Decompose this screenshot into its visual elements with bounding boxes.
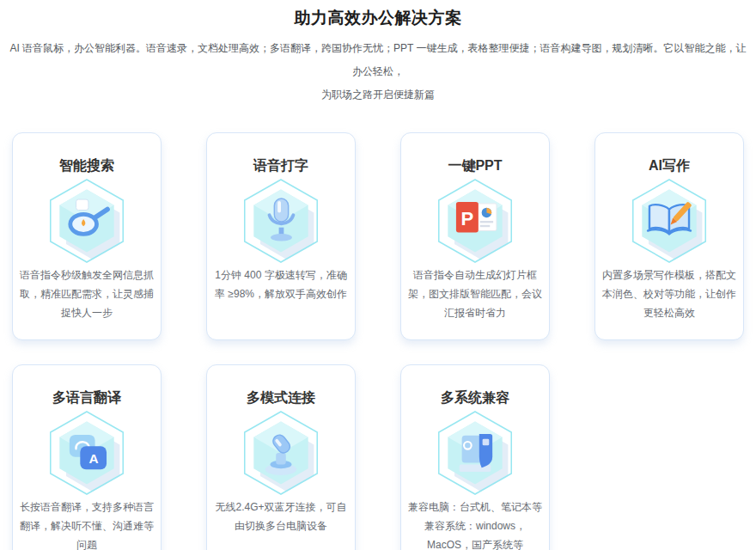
card-description: 兼容电脑：台式机、笔记本等 兼容系统：windows， MacOS，国产系统等 — [405, 498, 546, 550]
card-description: 语音指令秒级触发全网信息抓 取，精准匹配需求，让灵感捕 捉快人一步 — [16, 266, 157, 322]
book-pencil-icon — [628, 178, 710, 264]
powerpoint-icon: P — [434, 178, 516, 264]
card-title: 多模式连接 — [247, 389, 315, 407]
microphone-icon — [240, 178, 322, 264]
card-title: 语音打字 — [253, 157, 308, 175]
card-description: 长按语音翻译，支持多种语言 翻译，解决听不懂、沟通难等 问题 — [16, 498, 157, 550]
connector-icon — [240, 410, 322, 496]
feature-cards-grid: 智能搜索 语音指令秒级触发全网信息抓 取，精准匹配需求，让灵感捕 捉快人一步 语… — [0, 132, 756, 550]
feature-card-smart-search: 智能搜索 语音指令秒级触发全网信息抓 取，精准匹配需求，让灵感捕 捉快人一步 — [12, 132, 162, 340]
feature-card-ai-writing: AI写作 内置多场景写作模板，搭配文 本润色、校对等功能，让创作 更轻松高效 — [594, 132, 744, 340]
card-title: 智能搜索 — [59, 157, 114, 175]
feature-card-multi-language-translate: 多语言翻译 A 长按语音翻译，支持多种语言 翻译，解决听不懂、沟通难等 问题 — [12, 364, 162, 550]
card-title: 多系统兼容 — [441, 389, 509, 407]
feature-card-multi-mode-connection: 多模式连接 无线2.4G+双蓝牙连接，可自 由切换多台电脑设备 — [206, 364, 356, 550]
page-title: 助力高效办公解决方案 — [0, 7, 756, 29]
feature-card-multi-system-compatibility: 多系统兼容 兼容电脑：台式机、笔记本等 兼容系统：windows， MacOS，… — [400, 364, 550, 550]
card-title: 一键PPT — [448, 157, 502, 175]
solutions-section: 助力高效办公解决方案 AI 语音鼠标，办公智能利器。语音速录，文档处理高效；多语… — [0, 7, 756, 550]
card-description: 语音指令自动生成幻灯片框 架，图文排版智能匹配，会议 汇报省时省力 — [405, 266, 546, 322]
translate-letter: A — [89, 451, 99, 466]
feature-card-one-click-ppt: 一键PPT P 语音指令自动生成幻灯片框 架，图文排版智能匹配，会议 汇报省时省… — [400, 132, 550, 340]
ppt-letter: P — [461, 208, 474, 229]
card-title: AI写作 — [649, 157, 690, 175]
search-icon — [46, 178, 128, 264]
card-title: 多语言翻译 — [52, 389, 121, 407]
card-description: 无线2.4G+双蓝牙连接，可自 由切换多台电脑设备 — [211, 498, 350, 535]
card-description: 内置多场景写作模板，搭配文 本润色、校对等功能，让创作 更轻松高效 — [599, 266, 740, 322]
translate-icon: A — [46, 410, 128, 496]
feature-card-voice-typing: 语音打字 1分钟 400 字极速转写，准确 率 ≥98%，解放双手高效创作 — [206, 132, 356, 340]
card-description: 1分钟 400 字极速转写，准确 率 ≥98%，解放双手高效创作 — [211, 266, 351, 303]
page-subtitle: AI 语音鼠标，办公智能利器。语音速录，文档处理高效；多语翻译，跨国协作无忧；P… — [0, 37, 756, 107]
system-icon — [434, 410, 516, 496]
